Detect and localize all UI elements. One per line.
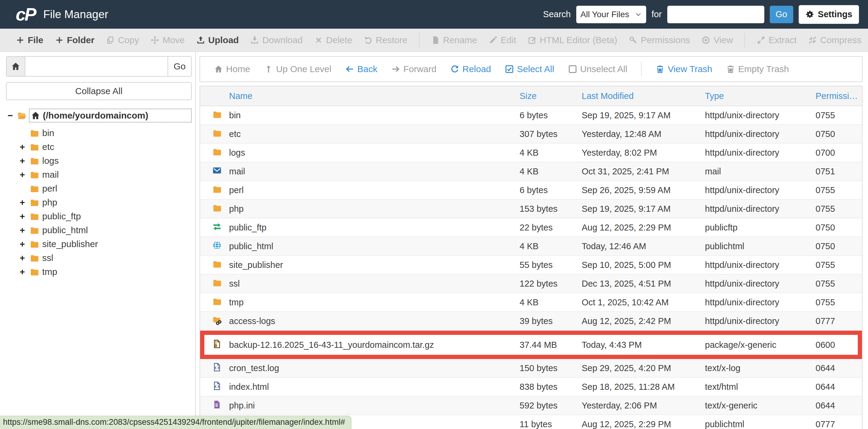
file-row-cron-test-log[interactable]: cron_test.log150 bytesSep 29, 2025, 4:20… (200, 359, 862, 378)
collapse-all-button[interactable]: Collapse All (6, 82, 192, 100)
toolbar-label: Download (262, 35, 302, 45)
expand-toggle[interactable]: + (18, 156, 27, 166)
file-size: 6 bytes (520, 185, 582, 195)
file-modified: Aug 12, 2025, 2:42 PM (582, 316, 705, 326)
tree-item-public-ftp[interactable]: +public_ftp (6, 209, 192, 223)
tree-item-perl[interactable]: perl (6, 181, 192, 196)
toolbar-button-file[interactable]: File (16, 35, 43, 45)
tree-item-public-html[interactable]: +public_html (6, 223, 192, 237)
expand-toggle[interactable]: + (18, 142, 27, 152)
tree-item-label: etc (42, 142, 54, 152)
tree-item-tmp[interactable]: +tmp (6, 265, 192, 279)
expand-toggle[interactable]: + (18, 267, 27, 277)
file-row-bin[interactable]: bin6 bytesSep 19, 2025, 9:17 AMhttpd/uni… (200, 106, 862, 125)
file-size: 39 bytes (520, 316, 582, 326)
plus-icon (16, 36, 25, 45)
tree-root-selection[interactable]: (/home/yourdomaincom) (29, 109, 192, 122)
toolbar-label: Delete (326, 35, 352, 45)
file-size: 4 KB (520, 167, 582, 176)
search-go-button[interactable]: Go (770, 6, 793, 23)
tree-item-label: bin (42, 128, 54, 138)
nav-label: Reload (462, 64, 491, 74)
column-header-last-modified[interactable]: Last Modified (582, 91, 705, 101)
search-for-label: for (652, 9, 662, 19)
file-row-access-logs[interactable]: access-logs39 bytesAug 12, 2025, 2:42 PM… (200, 312, 862, 331)
file-modified: Sep 26, 2025, 9:59 AM (582, 185, 705, 195)
folder-icon (212, 128, 222, 138)
file-size: 4 KB (520, 241, 582, 251)
nav-label: Back (357, 64, 377, 74)
file-size: 11 bytes (520, 419, 582, 429)
file-row-tmp[interactable]: tmp4 KBOct 1, 2025, 10:42 AMhttpd/unix-d… (200, 293, 862, 312)
tree-item-label: tmp (42, 267, 57, 277)
expand-toggle[interactable]: + (18, 239, 27, 249)
file-row-php-ini[interactable]: php.ini592 bytesYesterday, 2:06 PMtext/x… (200, 396, 862, 415)
path-go-button[interactable]: Go (167, 57, 191, 76)
toolbar-button-folder[interactable]: Folder (55, 35, 95, 45)
folder-icon (29, 184, 40, 193)
file-row-etc[interactable]: etc307 bytesYesterday, 12:48 AMhttpd/uni… (200, 125, 862, 144)
collapse-toggle[interactable]: − (6, 110, 14, 121)
path-input[interactable] (25, 57, 167, 76)
column-header-size[interactable]: Size (520, 91, 582, 101)
file-modified: Yesterday, 12:48 AM (582, 129, 705, 139)
expand-toggle[interactable]: + (18, 211, 27, 222)
file-row-public-html[interactable]: public_html4 KBToday, 12:46 AMpublichtml… (200, 237, 862, 256)
nav-button-back[interactable]: Back (345, 64, 377, 74)
toolbar-button-upload[interactable]: Upload (196, 35, 239, 45)
trash-icon (726, 64, 735, 74)
expand-toggle[interactable]: + (18, 253, 27, 263)
nav-button-reload[interactable]: Reload (450, 64, 491, 74)
nav-button-empty-trash[interactable]: Empty Trash (726, 64, 789, 74)
nav-button-unselect-all[interactable]: Unselect All (568, 64, 627, 74)
search-scope-select[interactable]: All Your Files (576, 6, 646, 23)
file-row-public-ftp[interactable]: public_ftp22 bytesAug 12, 2025, 2:29 PMp… (200, 219, 862, 237)
expand-toggle[interactable]: + (18, 225, 27, 235)
tree-item-mail[interactable]: +mail (6, 168, 192, 181)
file-permissions: 0777 (815, 419, 862, 429)
settings-button[interactable]: Settings (799, 5, 859, 24)
file-icon (431, 36, 440, 45)
home-button[interactable] (7, 57, 25, 76)
search-input[interactable] (667, 6, 764, 23)
folder-icon (29, 239, 40, 249)
nav-button-forward[interactable]: Forward (391, 64, 436, 74)
file-modified: Sep 19, 2025, 9:17 AM (582, 110, 705, 120)
expand-toggle[interactable]: + (18, 170, 27, 180)
file-row-index-html[interactable]: index.html838 bytesSep 18, 2025, 11:28 A… (200, 378, 862, 396)
tree-item-bin[interactable]: bin (6, 126, 192, 140)
column-header-type[interactable]: Type (705, 91, 815, 101)
file-modified: Aug 12, 2025, 2:29 PM (582, 419, 705, 429)
nav-button-up-one-level[interactable]: Up One Level (264, 64, 331, 74)
tree-root[interactable]: − (/home/yourdomaincom) (6, 109, 192, 122)
page-title: File Manager (43, 8, 108, 21)
file-row-perl[interactable]: perl6 bytesSep 26, 2025, 9:59 AMhttpd/un… (200, 181, 862, 200)
x-icon (314, 36, 323, 45)
file-permissions: 0700 (815, 148, 862, 158)
file-row-backup-12-16-2025-16-43-11-yourdomaincom-tar-gz[interactable]: backup-12.16.2025_16-43-11_yourdomaincom… (200, 331, 862, 359)
file-size: 6 bytes (520, 110, 582, 120)
tree-item-site-publisher[interactable]: +site_publisher (6, 237, 192, 251)
tree-item-etc[interactable]: +etc (6, 140, 192, 154)
file-row-php[interactable]: php153 bytesSep 19, 2025, 9:17 AMhttpd/u… (200, 200, 862, 219)
file-row-site-publisher[interactable]: site_publisher55 bytesSep 10, 2025, 5:00… (200, 256, 862, 275)
file-permissions: 0600 (815, 340, 858, 350)
expand-toggle[interactable]: + (18, 197, 27, 207)
file-name: etc (229, 129, 520, 139)
tree-item-logs[interactable]: +logs (6, 154, 192, 168)
column-header-permissions[interactable]: Permissions (815, 91, 862, 101)
move-icon (150, 36, 159, 45)
nav-button-home[interactable]: Home (214, 64, 250, 74)
file-row-ssl[interactable]: ssl122 bytesDec 13, 2025, 4:51 PMhttpd/u… (200, 275, 862, 293)
column-header-name[interactable]: Name (229, 91, 520, 101)
file-modified: Sep 18, 2025, 11:28 AM (582, 382, 705, 392)
toolbar-label: File (28, 35, 43, 45)
folder-icon (212, 184, 222, 194)
file-row-mail[interactable]: mail4 KBOct 31, 2025, 2:41 PMmail0751 (200, 162, 862, 181)
nav-button-view-trash[interactable]: View Trash (655, 64, 712, 74)
file-row-logs[interactable]: logs4 KBYesterday, 8:02 PMhttpd/unix-dir… (200, 144, 862, 162)
file-size: 55 bytes (520, 260, 582, 270)
tree-item-php[interactable]: +php (6, 196, 192, 209)
tree-item-ssl[interactable]: +ssl (6, 251, 192, 265)
nav-button-select-all[interactable]: Select All (505, 64, 554, 74)
